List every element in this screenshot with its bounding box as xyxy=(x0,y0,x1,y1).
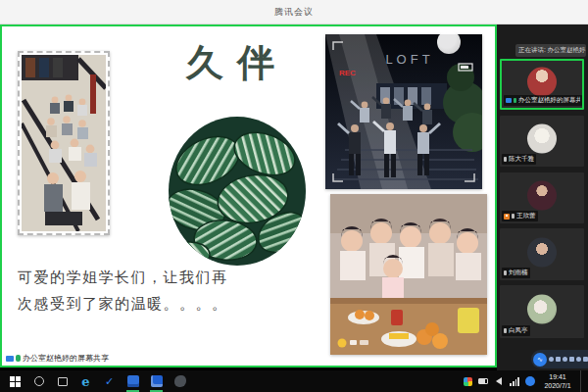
volume-icon[interactable] xyxy=(494,376,504,386)
settings-icon[interactable] xyxy=(583,357,588,362)
edge-icon[interactable]: e xyxy=(79,375,92,388)
check-app-icon[interactable]: ✓ xyxy=(103,375,116,388)
participants-sidebar: 正在讲话: 办公室赵艳婷 办公室赵艳婷的屏幕共... 陈大千雅 王欣蕾 xyxy=(497,24,588,370)
meeting-logo-icon[interactable]: ∿ xyxy=(533,353,547,367)
window-title: 腾讯会议 xyxy=(274,6,314,19)
avatar xyxy=(527,124,557,154)
members-icon[interactable] xyxy=(569,357,574,362)
photo-loft-night-group: LOFT REC xyxy=(325,34,482,189)
slide-caption: 可爱的学姐学长们，让我们再 次感受到了家的温暖。。。。 xyxy=(18,265,263,318)
meeting-tray-icon[interactable] xyxy=(525,376,535,386)
network-icon[interactable] xyxy=(510,376,519,386)
taskbar: e ✓ 19:41 2020/7/1 xyxy=(0,370,588,392)
round-sticker xyxy=(437,30,461,54)
caption-line-1: 可爱的学姐学长们，让我们再 xyxy=(18,265,263,291)
share-footer-label: 办公室赵艳婷的屏幕共享 xyxy=(23,353,109,364)
slide-title: 久伴 xyxy=(186,38,314,88)
photo-staircase-art xyxy=(22,55,106,231)
mic-icon xyxy=(16,355,21,362)
participant-tile-sharer[interactable]: 办公室赵艳婷的屏幕共... xyxy=(500,59,584,110)
taskbar-left: e ✓ xyxy=(0,375,186,388)
window-titlebar: 腾讯会议 xyxy=(0,0,588,24)
screen-share-region: 久伴 xyxy=(0,24,497,368)
avatar xyxy=(527,68,557,97)
participant-name: 白凤亭 xyxy=(509,326,528,335)
photo-staircase-group xyxy=(18,51,110,235)
mic-icon xyxy=(504,270,507,275)
clock-date: 2020/7/1 xyxy=(541,381,574,390)
caption-line-2: 次感受到了家的温暖。。。。 xyxy=(18,291,263,318)
battery-icon[interactable] xyxy=(478,376,488,386)
mic-icon xyxy=(512,214,514,219)
participant-tile[interactable]: 陈大千雅 xyxy=(500,116,584,167)
photo-loft-art: LOFT REC xyxy=(325,34,482,189)
photos-app-icon[interactable] xyxy=(150,375,163,388)
mic-icon xyxy=(514,98,516,103)
mic-icon xyxy=(504,157,507,162)
participant-tile[interactable]: 刘雨楠 xyxy=(500,228,584,280)
monitor-icon xyxy=(6,356,14,362)
taskbar-clock[interactable]: 19:41 2020/7/1 xyxy=(541,372,574,390)
start-button[interactable] xyxy=(9,375,22,388)
rec-overlay-text: REC xyxy=(339,69,356,77)
avatar xyxy=(527,181,557,211)
photo-dinner-art xyxy=(330,194,487,355)
person-icon xyxy=(504,214,510,220)
photo-dinner-selfie xyxy=(330,194,487,355)
participant-name: 陈大千雅 xyxy=(509,155,534,164)
task-view-button[interactable] xyxy=(56,375,69,388)
clock-time: 19:41 xyxy=(541,372,574,381)
avatar xyxy=(527,295,557,324)
participant-name: 王欣蕾 xyxy=(516,212,536,220)
leaves-circle-image xyxy=(169,117,306,266)
video-icon[interactable] xyxy=(556,357,561,362)
mic-icon xyxy=(504,328,507,333)
share-screen-icon[interactable] xyxy=(563,357,567,362)
meeting-floating-toolbar: ∿ xyxy=(531,350,588,368)
chat-icon[interactable] xyxy=(576,357,581,362)
doc-app-icon[interactable] xyxy=(126,375,139,388)
taskbar-tray: 19:41 2020/7/1 xyxy=(463,370,588,392)
screen-share-icon xyxy=(506,98,512,103)
participant-tile[interactable]: 白凤亭 xyxy=(500,285,584,338)
desktop: 腾讯会议 xyxy=(0,0,588,392)
misc-app-icon[interactable] xyxy=(173,375,186,388)
speaking-banner: 正在讲话: 办公室赵艳婷 xyxy=(515,44,586,57)
audio-icon[interactable] xyxy=(549,357,554,362)
share-footer: 办公室赵艳婷的屏幕共享 xyxy=(6,353,109,364)
cortana-button[interactable] xyxy=(32,375,45,388)
leaves-art xyxy=(169,117,306,266)
participant-tile[interactable]: 王欣蕾 xyxy=(500,172,584,223)
show-desktop-button[interactable] xyxy=(580,370,584,392)
avatar xyxy=(527,237,557,267)
color-app-tray-icon[interactable] xyxy=(463,376,472,386)
loft-sign-text: LOFT xyxy=(385,52,433,67)
participant-name: 刘雨楠 xyxy=(509,269,528,277)
participant-name: 办公室赵艳婷的屏幕共... xyxy=(518,96,580,105)
